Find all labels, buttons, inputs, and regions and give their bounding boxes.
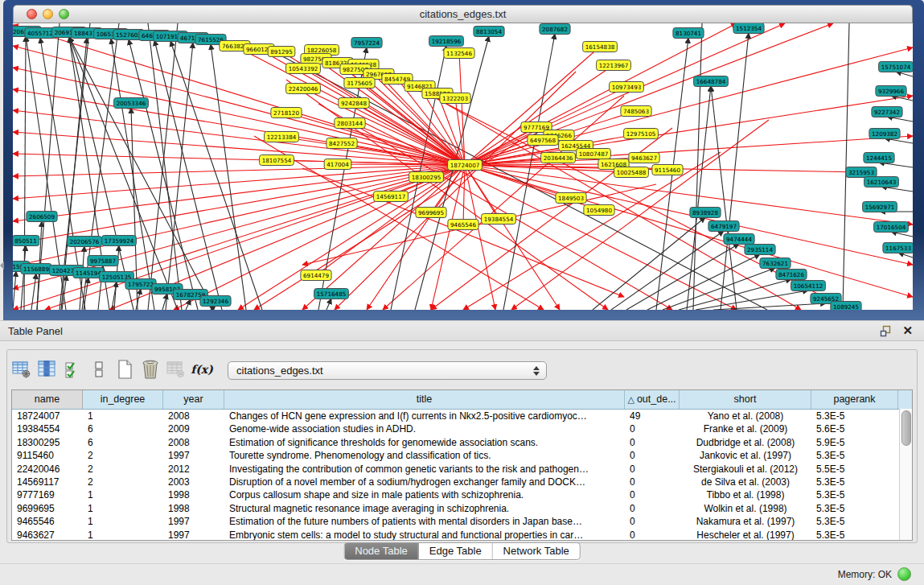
network-node[interactable]: 9463627 [629,153,659,163]
node-table[interactable]: namein_degreeyeartitle△out_de...shortpag… [11,389,913,541]
tab-edge-table[interactable]: Edge Table [419,543,493,559]
network-node[interactable]: 9699695 [416,208,446,218]
network-node[interactable]: 6497568 [528,135,558,146]
network-node[interactable]: 8471626 [776,270,807,280]
column-header-year[interactable]: year [163,390,224,409]
column-header-outde[interactable]: △out_de... [625,390,680,409]
network-node[interactable]: 17016504 [874,222,909,233]
table-row[interactable]: 1938455462009Genome-wide association stu… [12,422,912,435]
table-row[interactable]: 2242004622012Investigating the contribut… [12,463,912,476]
memory-status-dot[interactable] [897,567,911,581]
network-node[interactable]: 2718120 [271,108,302,118]
network-node[interactable]: 15692971 [863,202,897,212]
network-node[interactable]: 1089245 [831,302,861,311]
network-node[interactable]: 8130741 [673,28,704,39]
network-node[interactable]: 18107554 [260,155,294,166]
create-table-icon[interactable] [114,358,135,381]
table-settings-icon[interactable] [11,358,32,381]
network-node[interactable]: 20053346 [114,98,149,109]
network-node[interactable]: 20206576 [68,237,102,247]
network-node[interactable]: 9975887 [88,256,118,266]
network-node[interactable]: 12975105 [624,129,659,139]
network-node[interactable]: 3175605 [344,78,375,89]
network-node[interactable]: 1512354 [733,23,764,34]
table-row[interactable]: 1830029562008Estimation of significance … [12,436,912,449]
table-row[interactable]: 977716911998Corpus callosum shape and si… [12,488,912,501]
delete-table-icon[interactable] [140,358,161,381]
column-header-pagerank[interactable]: pagerank [811,390,898,409]
network-node[interactable]: 9227342 [872,107,902,117]
network-node[interactable]: 9242848 [339,98,369,109]
network-node[interactable]: 16648784 [694,76,729,87]
network-node[interactable]: 1322203 [440,93,470,104]
network-node[interactable]: 15751074 [879,62,913,72]
network-node[interactable]: 19218596 [429,36,464,47]
float-panel-icon[interactable] [880,325,892,337]
vertical-scrollbar[interactable] [899,409,912,540]
network-node[interactable]: 8427552 [326,138,357,149]
network-node[interactable]: 891295 [268,47,295,57]
network-node[interactable]: 9329966 [876,86,906,97]
scrollbar-thumb[interactable] [901,410,911,446]
network-node[interactable]: 1795722 [125,279,156,290]
network-node[interactable]: 20364436 [541,153,576,163]
table-row[interactable]: 946362711997Embryonic stem cells: a mode… [12,529,912,541]
network-node[interactable]: 2606509 [27,212,57,222]
close-panel-icon[interactable]: ✕ [902,323,913,338]
column-header-short[interactable]: short [680,390,811,409]
network-node[interactable]: 9465546 [448,220,478,230]
network-node[interactable]: 4055712 [25,28,55,39]
network-node[interactable]: 2087682 [540,24,570,35]
network-node[interactable]: 1244415 [864,153,894,163]
network-node[interactable]: 1132546 [444,48,474,59]
tab-node-table[interactable]: Node Table [344,543,419,559]
network-node[interactable]: 1849503 [556,193,586,204]
network-node[interactable]: 15716485 [314,289,349,299]
function-builder-icon[interactable]: f(x) [191,358,212,381]
network-node[interactable]: 2935114 [745,245,775,255]
network-node[interactable]: 10654112 [791,281,826,291]
network-node[interactable]: 14569117 [374,192,409,202]
table-row[interactable]: 911546021997Tourette syndrome. Phenomeno… [12,449,912,462]
network-node[interactable]: 18300295 [409,172,444,183]
network-node[interactable]: 6479197 [708,221,739,232]
network-node[interactable]: 7632621 [760,258,791,269]
network-node[interactable]: 8813054 [474,27,504,37]
network-node-hub[interactable]: 18724007 [448,160,483,171]
network-node[interactable]: 6914479 [301,270,331,281]
network-node[interactable]: 8938928 [690,208,721,218]
table-row[interactable]: 946554611997Estimation of the future num… [12,515,912,528]
network-node[interactable]: 417004 [324,159,351,170]
network-node[interactable]: 12213384 [265,132,299,142]
network-node[interactable]: 10025488 [614,167,649,178]
network-node[interactable]: 12213967 [597,60,631,71]
row-height-icon[interactable] [88,358,109,381]
network-node[interactable]: 850511 [13,236,39,246]
network-canvas[interactable]: 2063105405571220691406188437110653287152… [13,23,913,310]
network-node[interactable]: 10543392 [286,64,321,74]
network-node[interactable]: 16154838 [583,42,618,52]
network-node[interactable]: 10807487 [577,149,611,159]
network-node[interactable]: 16210643 [864,177,899,187]
tab-network-table[interactable]: Network Table [493,543,580,559]
network-node[interactable]: 17359924 [102,236,137,246]
column-header-indegree[interactable]: in_degree [83,390,163,409]
left-panel-collapse-handle[interactable] [0,262,4,270]
network-node[interactable]: 7957224 [351,38,382,48]
network-node[interactable]: 1292346 [200,296,231,307]
network-node[interactable]: 1209382 [869,129,900,139]
network-node[interactable]: 9474444 [724,234,754,245]
column-header-title[interactable]: title [224,390,625,409]
network-node[interactable]: 7485063 [621,106,651,117]
network-node[interactable]: 1054980 [584,205,614,216]
network-node[interactable]: 22420046 [286,84,321,94]
table-row[interactable]: 1456911722003Disruption of a novel membe… [12,476,912,488]
network-node[interactable]: 2803144 [335,118,365,129]
select-columns-icon[interactable] [63,358,84,381]
network-node[interactable]: 3215953 [846,167,877,178]
network-window-titlebar[interactable]: citations_edges.txt [13,5,913,23]
show-column-icon[interactable] [37,358,58,381]
network-node[interactable]: 1156889 [21,264,51,274]
column-header-name[interactable]: name [12,390,83,409]
network-node[interactable]: 19384554 [482,214,516,225]
